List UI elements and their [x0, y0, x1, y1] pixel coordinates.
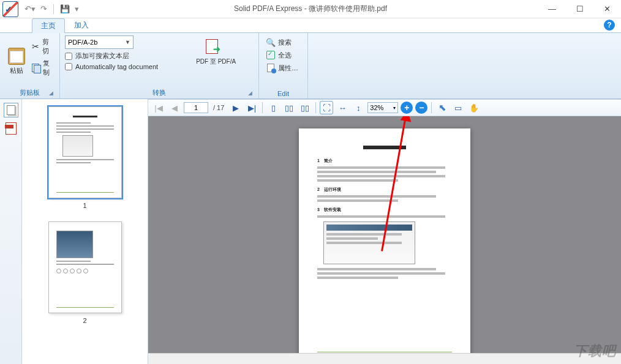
thumbnails-icon	[7, 105, 15, 115]
title-bar: ↶▾ ↷ 💾 ▾ Solid PDF/A Express - 微讲师软件使用帮助…	[0, 0, 621, 18]
view-single[interactable]: ▯	[266, 101, 280, 114]
nav-prev[interactable]: ◀	[168, 101, 181, 114]
group-clipboard-label: 剪贴板 ◢	[5, 87, 55, 97]
zoom-in-button[interactable]: +	[401, 102, 413, 114]
fit-page[interactable]: ⛶	[320, 101, 333, 114]
chevron-down-icon: ▼	[125, 39, 130, 45]
qat-redo[interactable]: ↷	[40, 4, 47, 14]
document-page: 1 简介 2 运行环境 3 软件安装	[299, 128, 470, 353]
qat-customize[interactable]: ▾	[75, 4, 79, 14]
copy-button[interactable]: 复制	[30, 58, 55, 78]
properties-button[interactable]: 属性…	[264, 62, 300, 73]
viewer: |◀ ◀ / 17 ▶ ▶| ▯ ▯▯ ▯▯ ⛶ ↔ ↕ 32%▾ + − ⬉ …	[148, 99, 621, 364]
copy-icon	[32, 63, 40, 73]
marquee-tool[interactable]: ▭	[451, 101, 465, 114]
paste-button[interactable]: 粘贴	[5, 35, 28, 87]
group-convert-label: 转换 ◢	[65, 87, 254, 97]
rail-thumbnails[interactable]	[4, 103, 18, 117]
app-icon	[2, 1, 18, 17]
group-clipboard: 粘贴 ✂ 剪切 复制 剪贴板 ◢	[0, 33, 60, 98]
help-icon[interactable]: ?	[604, 20, 615, 31]
opt-autotag-checkbox[interactable]: Automatically tag document	[65, 63, 158, 70]
format-dropdown[interactable]: PDF/A-2b ▼	[65, 35, 134, 49]
binoculars-icon: 🔍	[266, 37, 276, 47]
group-convert: PDF/A-2b ▼ 添加可搜索文本层 Automatically tag do…	[60, 33, 259, 98]
view-continuous[interactable]: ▯▯	[282, 101, 296, 114]
convert-icon: ➜	[206, 39, 227, 56]
maximize-button[interactable]: ☐	[566, 1, 593, 18]
select-tool[interactable]: ⬉	[435, 101, 449, 114]
nav-first[interactable]: |◀	[152, 101, 165, 114]
clipboard-launcher[interactable]: ◢	[47, 90, 55, 97]
window-title: Solid PDF/A Express - 微讲师软件使用帮助.pdf	[234, 4, 387, 14]
doc-title	[363, 146, 406, 149]
thumbnail-1[interactable]: 1	[22, 106, 148, 209]
convert-launcher[interactable]: ◢	[246, 90, 254, 97]
close-button[interactable]: ✕	[593, 1, 621, 18]
page-total: / 17	[213, 104, 224, 111]
zoom-out-button[interactable]: −	[415, 102, 427, 114]
minimize-button[interactable]: —	[538, 1, 566, 18]
canvas[interactable]: 1 简介 2 运行环境 3 软件安装	[148, 116, 621, 353]
group-edit: 🔍 搜索 全选 属性… Edit	[259, 33, 308, 98]
hand-tool[interactable]: ✋	[467, 101, 481, 114]
select-all-icon	[266, 50, 276, 60]
side-rail	[0, 99, 22, 364]
scissors-icon: ✂	[32, 42, 40, 51]
qat-undo[interactable]: ↶▾	[24, 4, 36, 14]
viewer-toolbar: |◀ ◀ / 17 ▶ ▶| ▯ ▯▯ ▯▯ ⛶ ↔ ↕ 32%▾ + − ⬉ …	[148, 99, 621, 116]
qat-separator	[53, 4, 54, 14]
nav-next[interactable]: ▶	[229, 101, 243, 114]
clipboard-icon	[8, 48, 25, 65]
select-all-button[interactable]: 全选	[264, 50, 300, 61]
cut-button[interactable]: ✂ 剪切	[30, 37, 55, 56]
rail-pdf[interactable]	[4, 121, 18, 136]
fit-height[interactable]: ↕	[352, 101, 365, 114]
pdf-icon	[6, 122, 17, 135]
window-controls: — ☐ ✕	[538, 1, 621, 18]
page-input[interactable]	[184, 102, 208, 113]
group-edit-label: Edit	[264, 89, 303, 97]
horizontal-scrollbar[interactable]	[148, 353, 621, 364]
thumbnail-panel: 1 2	[22, 99, 148, 364]
ribbon-tab-row: 主页 加入 ?	[0, 18, 621, 33]
tab-home[interactable]: 主页	[32, 18, 65, 33]
opt-searchable-checkbox[interactable]: 添加可搜索文本层	[65, 51, 158, 61]
main-area: 1 2 |◀ ◀ / 17	[0, 99, 621, 364]
watermark: 下载吧	[574, 342, 616, 360]
convert-pdf-button[interactable]: ➜ PDF 至 PDF/A	[196, 39, 236, 66]
fit-width[interactable]: ↔	[336, 101, 349, 114]
nav-last[interactable]: ▶|	[245, 101, 258, 114]
search-button[interactable]: 🔍 搜索	[264, 37, 300, 48]
view-facing[interactable]: ▯▯	[298, 101, 312, 114]
zoom-input[interactable]: 32%▾	[367, 102, 398, 113]
tab-add[interactable]: 加入	[65, 18, 98, 32]
quick-access-toolbar: ↶▾ ↷ 💾 ▾	[24, 4, 79, 14]
qat-save[interactable]: 💾	[60, 4, 70, 14]
properties-icon	[266, 63, 276, 73]
thumbnail-2[interactable]: 2	[22, 221, 148, 324]
ribbon: 粘贴 ✂ 剪切 复制 剪贴板 ◢ PDF/A-2b	[0, 33, 621, 99]
